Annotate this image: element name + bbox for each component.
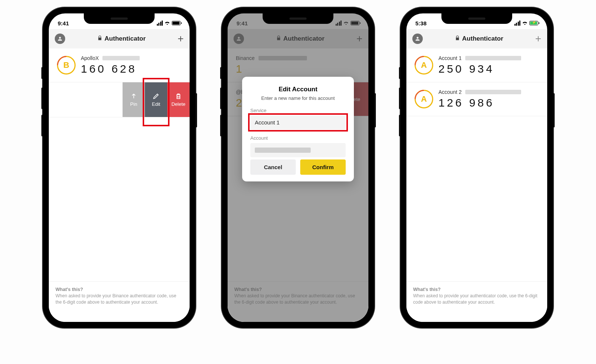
notch [263, 13, 333, 24]
account-row[interactable]: A Account 2 126 986 [406, 82, 547, 116]
account-row[interactable]: A Account 1 250 934 [406, 48, 547, 82]
signal-icon [157, 20, 163, 26]
redacted-text [465, 56, 521, 60]
service-label: Service [250, 108, 346, 113]
redacted-text [255, 148, 311, 153]
account-input[interactable] [250, 143, 346, 157]
modal-subtitle: Enter a new name for this account [250, 95, 346, 101]
service-input[interactable] [250, 115, 346, 129]
account-name: ApolloX [81, 55, 99, 61]
add-button[interactable]: + [535, 34, 541, 44]
auth-code: 265 [49, 97, 123, 110]
battery-charging-icon [529, 21, 538, 25]
auth-code: 250 934 [438, 63, 540, 75]
account-name: Account 1 [438, 55, 462, 61]
accounts-list: B ApolloX 160 628 Pin [49, 48, 190, 322]
edit-button[interactable]: Edit [145, 82, 167, 117]
phone-2: 9:41 Authenticator + [222, 7, 374, 328]
lock-icon [97, 35, 102, 43]
edit-account-modal: Edit Account Enter a new name for this a… [242, 77, 354, 181]
profile-button[interactable] [55, 34, 65, 44]
trash-icon [175, 92, 182, 100]
notch [84, 13, 155, 24]
page-title: Authenticator [462, 35, 504, 42]
account-row-swiped[interactable]: Pin Edit Delete inance.com [49, 82, 190, 117]
profile-button[interactable] [412, 34, 423, 44]
account-label: Account [250, 135, 346, 141]
auth-code: 126 986 [438, 96, 540, 109]
status-time: 9:41 [58, 20, 69, 26]
redacted-text [102, 56, 140, 60]
battery-icon [172, 21, 181, 25]
phone-1: 9:41 Authenticator + [43, 7, 196, 328]
modal-title: Edit Account [250, 86, 346, 93]
delete-button[interactable]: Delete [167, 82, 190, 117]
help-footer: What's this? When asked to provide your … [49, 281, 190, 322]
accounts-list: A Account 1 250 934 A Account 2 [406, 48, 547, 322]
confirm-button[interactable]: Confirm [300, 159, 346, 175]
account-row[interactable]: B ApolloX 160 628 [49, 48, 190, 82]
cancel-button[interactable]: Cancel [250, 159, 296, 175]
wifi-icon [522, 20, 528, 26]
pin-icon [130, 92, 137, 100]
auth-code: 160 628 [81, 63, 183, 75]
timer-ring-icon: A [415, 56, 433, 75]
timer-ring-icon: A [415, 90, 433, 108]
help-footer: What's this? When asked to provide your … [406, 281, 547, 322]
app-header: Authenticator + [406, 29, 547, 48]
add-button[interactable]: + [178, 34, 184, 44]
redacted-text [465, 90, 521, 94]
timer-ring-icon: B [57, 56, 76, 75]
pencil-icon [152, 92, 160, 100]
pin-button[interactable]: Pin [123, 82, 145, 117]
lock-icon [455, 35, 460, 43]
phone-3: 5:38 Authenticator + [400, 7, 553, 328]
page-title: Authenticator [105, 35, 146, 42]
notch [441, 13, 512, 24]
account-name: Account 2 [438, 89, 462, 95]
signal-icon [514, 20, 521, 26]
wifi-icon [164, 20, 170, 26]
app-header: Authenticator + [49, 29, 190, 48]
status-time: 5:38 [415, 20, 427, 26]
